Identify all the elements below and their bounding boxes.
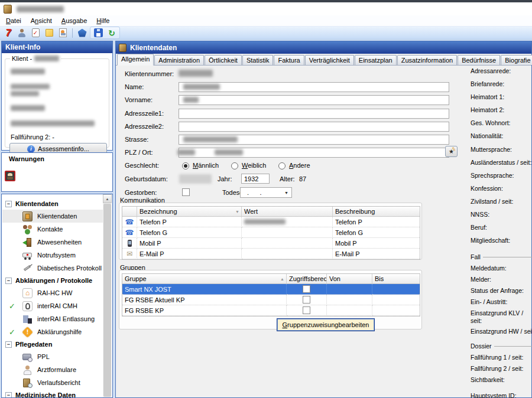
info-icon: i [27,145,35,153]
radio-andere-label[interactable]: Andere [289,162,310,169]
tree-item-klientendaten[interactable]: Klientendaten [2,210,103,223]
gruppe-column-header[interactable]: Gruppe▲ [122,274,287,284]
tab-content-allgemein: Klientennummer: Name: Vorname: Adresszei… [116,66,531,397]
alter-value: 87 [299,175,306,182]
table-row[interactable]: Mobil P Mobil P [122,238,420,249]
tree-item-rai-hc-hw[interactable]: ⌂ RAI-HC HW [2,286,103,299]
note-icon[interactable] [43,27,55,38]
bezeichnung-cell: Mobil P [137,238,242,249]
pentagon-icon[interactable] [76,27,88,38]
radio-andere[interactable] [278,162,286,169]
tree-group-abklaerungen[interactable]: − Abklärungen / Protokolle [2,275,103,286]
tree-item-verlaufsbericht[interactable]: Verlaufsbericht [2,376,103,389]
radio-weiblich-label[interactable]: Weiblich [242,162,266,169]
tree-item-kontakte[interactable]: Kontakte [2,223,103,236]
tree-item-interrai-entlassung[interactable]: interRAI Entlassung [2,312,103,325]
table-header-row: Bezeichnung▼ Wert Beschreibung [122,207,420,217]
zugriff-column-header[interactable]: Zugriffsberecht... [287,274,327,284]
tab-administration[interactable]: Administration [154,55,204,65]
table-row[interactable]: ☎ Telefon P Telefon P [122,217,420,227]
collapse-icon[interactable]: − [5,201,12,207]
muttersprache-label: Muttersprache: [471,146,532,159]
tree-item-ppl[interactable]: PPL [2,350,103,363]
tree-item-interrai-cmh[interactable]: ✓ interRAI CMH [2,299,103,312]
todesdatum-dropdown[interactable]: . . ▼ [240,187,292,198]
klientennummer-label: Klientennummer: [125,70,174,77]
tree-scrollbar[interactable]: ▲ [103,194,112,397]
table-row[interactable]: FG RSBE KP [122,305,420,316]
app-logo-icon[interactable]: 7 [2,27,14,38]
einsatzgrund-klv-label: Einsatzgrund KLV / seit: [471,309,532,328]
tab-vertraeglichkeit[interactable]: Verträglichkeit [305,55,354,65]
window-title-redacted [17,6,64,12]
wert-column-header[interactable]: Wert [242,207,333,217]
tab-biografie[interactable]: Biografie [501,55,532,65]
strasse-label: Strasse: [125,136,148,143]
table-row[interactable]: FG RSBE Aktuell KP [122,295,420,305]
head-icon [22,301,33,311]
zugriff-checkbox[interactable] [303,285,310,293]
tree-item-label: RAI-HC HW [37,289,72,296]
tasks-clipboard-icon[interactable]: ✓ [30,27,41,38]
tab-statistik[interactable]: Statistik [242,55,274,65]
beschreibung-column-header[interactable]: Beschreibung [333,207,420,217]
tab-zusatzinformation[interactable]: Zusatzinformation [397,55,457,65]
radio-weiblich[interactable] [231,162,238,169]
klientennummer-value-redacted [179,70,213,77]
radio-maennlich[interactable] [182,162,189,169]
menu-hilfe[interactable]: Hilfe [92,16,114,25]
gruppenzuweisung-bearbeiten-button[interactable]: Gruppenzuweisung bearbeiten [277,318,375,331]
warning-icon[interactable] [5,171,15,181]
table-row[interactable]: ☎ Telefon G Telefon G [122,227,420,238]
zugriff-cell [287,305,327,316]
tree-item-diabetisches-protokoll[interactable]: Diabetisches Protokoll [2,262,103,275]
client-card-icon[interactable] [57,27,69,38]
ambulance-icon [22,250,33,260]
tree-group-klientendaten[interactable]: − Klientendaten [2,198,103,210]
scrollbar-thumb[interactable] [103,204,111,397]
save-icon[interactable] [92,27,104,38]
tree-item-label: PPL [37,353,50,360]
tab-allgemein[interactable]: Allgemein [117,54,154,66]
client-icon[interactable] [16,27,28,38]
tab-oertlichkeit[interactable]: Örtlichkeit [205,55,242,65]
kommunikation-groupbox: Bezeichnung▼ Wert Beschreibung ☎ Telefon… [119,203,422,260]
menu-datei[interactable]: Datei [1,16,26,25]
tab-bar: Allgemein Administration Örtlichkeit Sta… [116,54,531,66]
tab-einsatzplan[interactable]: Einsatzplan [355,55,397,65]
tab-faktura[interactable]: Faktura [274,55,304,65]
collapse-icon[interactable]: − [5,278,12,284]
klient-info-header: Klient-Info [2,41,112,53]
tree-group-pflegedaten[interactable]: − Pflegedaten [2,338,103,350]
tree-group-medizinische-daten[interactable]: − Medizinische Daten [2,389,103,397]
bis-column-header[interactable]: Bis [372,274,420,284]
von-column-header[interactable]: Von [327,274,372,284]
von-cell [327,284,372,295]
check-icon: ✓ [9,302,15,311]
plz-lookup-button[interactable]: ★ ✎ [445,146,458,157]
vorname-input[interactable] [179,95,449,105]
bezeichnung-column-header[interactable]: Bezeichnung▼ [137,207,242,217]
gestorben-checkbox[interactable] [182,188,190,196]
zugriff-checkbox[interactable] [303,296,310,304]
table-row-selected[interactable]: Smart NX JOST [122,284,420,295]
radio-maennlich-label[interactable]: Männlich [193,162,219,169]
jahr-input[interactable]: 1932 [241,174,270,184]
collapse-icon[interactable]: − [5,392,12,398]
tree-item-notrufsystem[interactable]: Notrufsystem [2,249,103,262]
tree-item-abklaerungshilfe[interactable]: ✓ ! Abklärungshilfe [2,325,103,338]
scroll-up-icon[interactable]: ▲ [103,194,112,203]
client-data-header-icon [119,44,126,52]
menu-ausgabe[interactable]: Ausgabe [57,16,92,25]
adresszeile2-input[interactable] [179,122,449,132]
collapse-icon[interactable]: − [5,341,12,348]
tree-item-arztformulare[interactable]: Arztformulare [2,363,103,376]
refresh-icon[interactable]: ↻ [106,27,118,38]
table-row[interactable]: ✉ E-Mail P E-Mail P [122,249,420,259]
icon-column-header[interactable] [122,207,137,217]
adresszeile1-input[interactable] [179,109,449,119]
zugriff-checkbox[interactable] [303,306,310,314]
tab-beduerfnisse[interactable]: Bedürfnisse [458,55,500,65]
tree-item-abwesenheiten[interactable]: Abwesenheiten [2,236,103,249]
menu-ansicht[interactable]: Ansicht [26,16,57,25]
